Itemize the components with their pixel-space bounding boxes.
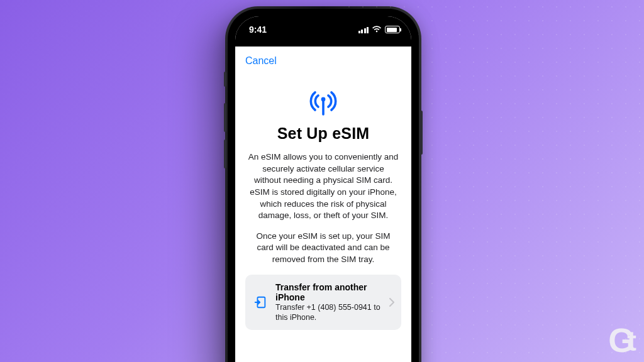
cancel-button[interactable]: Cancel [245, 55, 277, 67]
description-paragraph-1: An eSIM allows you to conveniently and s… [245, 151, 401, 222]
chevron-right-icon [389, 298, 395, 307]
iphone-frame: 9:41 Cancel [228, 9, 419, 362]
page-title: Set Up eSIM [245, 124, 401, 143]
volume-up-button [224, 103, 226, 132]
screen: 9:41 Cancel [235, 16, 411, 362]
mute-switch [224, 72, 226, 87]
watermark-logo: Gt [608, 321, 635, 359]
battery-icon [385, 26, 400, 33]
cellular-signal-icon [358, 26, 369, 33]
status-time: 9:41 [249, 25, 267, 35]
volume-down-button [224, 140, 226, 168]
description-paragraph-2: Once your eSIM is set up, your SIM card … [245, 231, 401, 266]
status-bar: 9:41 [235, 16, 411, 47]
power-button [420, 111, 423, 155]
content-area: Cancel Set Up eSIM An eSIM allows you to… [235, 47, 411, 362]
antenna-icon [304, 88, 342, 116]
option-subtitle: Transfer +1 (408) 555-0941 to this iPhon… [275, 302, 382, 323]
transfer-from-another-iphone-row[interactable]: Transfer from another iPhone Transfer +1… [245, 275, 401, 331]
transfer-in-icon [253, 295, 268, 310]
wifi-icon [372, 26, 382, 33]
option-title: Transfer from another iPhone [275, 282, 382, 302]
